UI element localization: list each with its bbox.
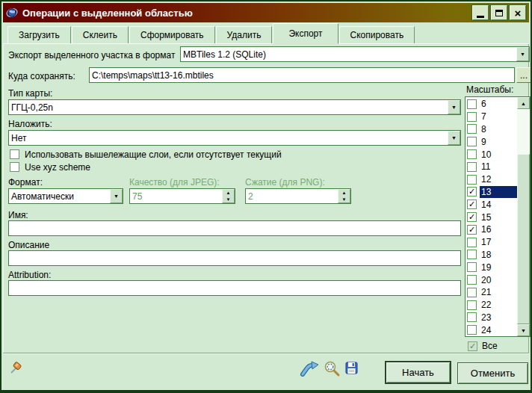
description-label: Описание [8, 240, 49, 250]
export-format-combobox[interactable]: MBTiles 1.2 (SQLite) ▼ [180, 46, 530, 62]
name-label: Имя: [8, 210, 28, 220]
scale-item-14[interactable]: ✓14 [467, 198, 517, 211]
description-input[interactable] [8, 250, 461, 266]
save-path-input[interactable] [89, 67, 515, 83]
scale-item-18[interactable]: 18 [467, 249, 517, 262]
scale-checkbox[interactable] [467, 137, 477, 146]
pushpin-icon[interactable] [9, 361, 23, 375]
tile-format-combobox[interactable]: Автоматически ▼ [8, 188, 123, 204]
scale-value-label: 24 [480, 324, 517, 336]
scale-item-12[interactable]: 12 [467, 173, 517, 186]
scale-checkbox[interactable] [467, 300, 477, 310]
scroll-up-icon[interactable]: ▲ [517, 97, 530, 109]
scale-value-label: 21 [480, 286, 517, 298]
spinner-arrows[interactable]: ▲▼ [338, 189, 350, 203]
png-compression-spinner[interactable]: 2 ▲▼ [245, 188, 351, 204]
scale-item-16[interactable]: ✓16 [467, 223, 517, 236]
scroll-down-icon[interactable]: ▼ [517, 324, 530, 336]
scale-checkbox[interactable] [467, 149, 477, 159]
scales-scrollbar[interactable]: ▲ ▼ [517, 97, 530, 336]
scales-all-checkbox[interactable]: ✓ [468, 341, 477, 351]
tile-format-value: Автоматически [9, 191, 110, 202]
scale-item-17[interactable]: 17 [467, 236, 517, 249]
chevron-down-icon[interactable]: ▼ [448, 131, 460, 145]
chevron-down-icon[interactable]: ▼ [448, 100, 460, 114]
minimize-button[interactable] [472, 5, 489, 20]
arrow-down-icon[interactable]: ▼ [223, 196, 234, 203]
scale-item-7[interactable]: 7 [467, 111, 517, 123]
scale-checkbox[interactable] [467, 312, 477, 322]
scale-checkbox[interactable] [467, 262, 477, 272]
scale-checkbox[interactable] [467, 162, 477, 172]
export-format-value: MBTiles 1.2 (SQLite) [181, 49, 516, 60]
scale-checkbox[interactable] [467, 250, 477, 259]
close-button[interactable]: × [510, 5, 526, 20]
browse-button[interactable]: ... [516, 67, 531, 83]
scale-value-label: 20 [480, 274, 517, 286]
scale-checkbox[interactable]: ✓ [467, 187, 477, 196]
scale-item-19[interactable]: 19 [467, 261, 517, 273]
tab-export[interactable]: Экспорт [273, 23, 338, 44]
scrollbar-thumb[interactable] [517, 154, 530, 324]
use-upper-layers-checkbox[interactable] [10, 149, 19, 159]
scale-item-21[interactable]: 21 [467, 286, 517, 299]
tab-generate[interactable]: Сформировать [129, 26, 215, 43]
cancel-button[interactable]: Отменить [457, 362, 528, 384]
arrow-down-icon[interactable]: ▼ [338, 196, 350, 203]
scale-checkbox[interactable] [467, 175, 477, 185]
tab-download[interactable]: Загрузить [7, 26, 71, 43]
attribution-input[interactable] [8, 280, 461, 296]
scale-value-label: 6 [480, 98, 517, 110]
scale-checkbox[interactable] [467, 112, 477, 122]
scales-list[interactable]: 6789101112✓13✓14✓15✓161718192021222324 ▲… [465, 96, 531, 337]
close-icon: × [515, 7, 522, 19]
name-input[interactable] [8, 220, 461, 236]
arrow-up-icon[interactable]: ▲ [223, 190, 234, 196]
scale-value-label: 11 [480, 161, 517, 173]
scale-item-9[interactable]: 9 [467, 135, 517, 148]
scale-checkbox[interactable] [467, 124, 477, 134]
scale-value-label: 16 [480, 223, 517, 235]
arrow-up-icon[interactable]: ▲ [338, 190, 350, 196]
spinner-arrows[interactable]: ▲▼ [222, 189, 235, 203]
scale-checkbox[interactable]: ✓ [467, 212, 477, 222]
scale-checkbox[interactable]: ✓ [467, 225, 477, 235]
chevron-down-icon[interactable]: ▼ [516, 47, 529, 61]
scale-item-15[interactable]: ✓15 [467, 211, 517, 223]
use-xyz-checkbox[interactable] [10, 162, 19, 172]
zoom-selection-icon[interactable] [324, 360, 341, 377]
scale-checkbox[interactable] [467, 275, 477, 285]
maximize-button[interactable] [491, 5, 507, 20]
tile-format-label: Формат: [8, 177, 43, 188]
scale-checkbox[interactable]: ✓ [467, 199, 477, 209]
tab-copy[interactable]: Скопировать [339, 26, 415, 43]
curved-arrow-icon[interactable] [299, 359, 319, 377]
scale-checkbox[interactable] [467, 99, 477, 109]
scrollbar-track[interactable] [517, 109, 530, 154]
scale-item-13[interactable]: ✓13 [467, 186, 517, 199]
scale-item-11[interactable]: 11 [467, 161, 517, 173]
jpeg-quality-spinner[interactable]: 75 ▲▼ [129, 188, 235, 204]
dialog-window: Операции с выделенной областью × Загрузи… [0, 0, 532, 393]
scale-item-24[interactable]: 24 [467, 324, 517, 336]
scale-item-6[interactable]: 6 [467, 98, 517, 111]
map-type-combobox[interactable]: ГГЦ-0,25n ▼ [8, 99, 461, 115]
scale-item-20[interactable]: 20 [467, 273, 517, 286]
scale-item-23[interactable]: 23 [467, 312, 517, 324]
scales-label: Масштабы: [466, 84, 513, 95]
scale-checkbox[interactable] [467, 238, 477, 247]
scale-item-8[interactable]: 8 [467, 123, 517, 136]
save-settings-icon[interactable] [344, 361, 359, 375]
scale-value-label: 12 [480, 173, 517, 185]
scale-item-10[interactable]: 10 [467, 148, 517, 161]
start-button[interactable]: Начать [385, 361, 451, 384]
scale-value-label: 19 [480, 262, 517, 273]
tab-delete[interactable]: Удалить [216, 26, 273, 43]
scale-item-22[interactable]: 22 [467, 299, 517, 312]
tab-stitch[interactable]: Склеить [72, 26, 129, 43]
save-path-label: Куда сохранять: [8, 71, 75, 81]
scale-checkbox[interactable] [467, 325, 477, 335]
chevron-down-icon[interactable]: ▼ [110, 189, 123, 203]
overlay-combobox[interactable]: Нет ▼ [8, 130, 461, 146]
scale-checkbox[interactable] [467, 288, 477, 297]
